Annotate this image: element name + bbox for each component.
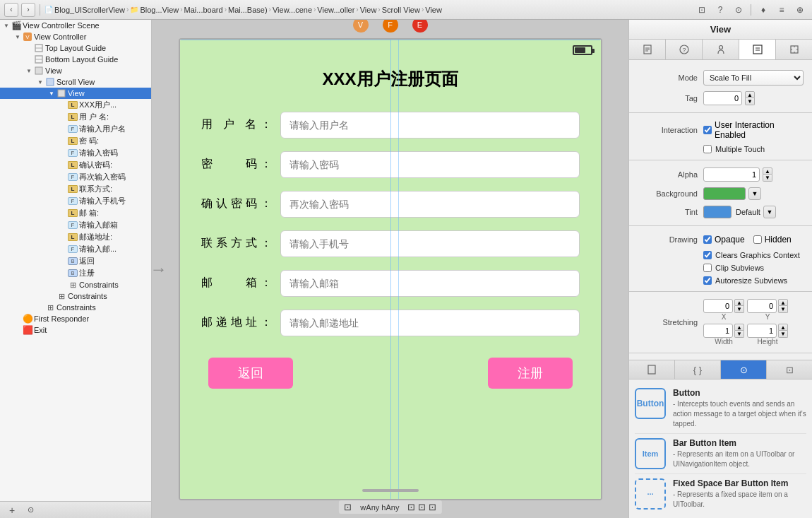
- size-icons[interactable]: ⊡: [344, 502, 352, 512]
- form-input-address[interactable]: [280, 310, 580, 336]
- tree-item-exit[interactable]: 🟥 Exit: [0, 324, 151, 336]
- stretch-h-stepper[interactable]: ▲ ▼: [778, 324, 788, 338]
- stretch-w-down[interactable]: ▼: [734, 331, 744, 338]
- mode-select[interactable]: Scale To Fill: [703, 70, 804, 86]
- tree-item-f5[interactable]: F 请输入邮箱: [0, 219, 151, 231]
- background-color-dropdown[interactable]: ▼: [748, 187, 761, 200]
- tree-item-f3[interactable]: F 再次输入密码: [0, 171, 151, 183]
- stretch-y-down[interactable]: ▼: [778, 306, 788, 313]
- triangle-scrollview[interactable]: [35, 77, 45, 87]
- tree-item-btn1[interactable]: B 返回: [0, 255, 151, 267]
- stretch-y-stepper[interactable]: ▲ ▼: [778, 299, 788, 313]
- stretch-x-down[interactable]: ▼: [734, 306, 744, 313]
- autoresize-checkbox[interactable]: [703, 276, 712, 285]
- tag-stepper-up[interactable]: ▲: [745, 91, 755, 98]
- breadcrumb-item-9[interactable]: View: [425, 6, 442, 14]
- tab-attributes-inspector[interactable]: [739, 40, 776, 59]
- clears-graphics-checkbox[interactable]: [703, 251, 712, 259]
- exit-scene-icon[interactable]: E: [412, 20, 428, 33]
- forward-button[interactable]: ›: [21, 3, 35, 17]
- register-action-button[interactable]: 注册: [488, 358, 573, 389]
- tree-item-view2[interactable]: View: [0, 88, 151, 99]
- tree-item-blg[interactable]: Bottom Layout Guide: [0, 54, 151, 65]
- stretch-w-stepper[interactable]: ▲ ▼: [734, 324, 744, 338]
- tree-item-f4[interactable]: F 请输入手机号: [0, 195, 151, 207]
- obj-tab-snippet[interactable]: ⊡: [767, 360, 812, 379]
- tree-item-f2[interactable]: F 请输入密码: [0, 147, 151, 159]
- stretch-w-up[interactable]: ▲: [734, 324, 744, 331]
- alpha-input[interactable]: [703, 167, 760, 182]
- version-editor-btn[interactable]: ⊙: [731, 2, 746, 18]
- tree-item-first-responder[interactable]: 🟠 First Responder: [0, 313, 151, 324]
- size-icons-right[interactable]: ⊡ ⊡ ⊡: [407, 502, 436, 512]
- breadcrumb-item-6[interactable]: View...oller: [317, 6, 354, 14]
- tab-quick-help[interactable]: ?: [666, 40, 703, 59]
- tree-item-tlg[interactable]: Top Layout Guide: [0, 42, 151, 54]
- stretch-h-down[interactable]: ▼: [778, 331, 788, 338]
- tint-color-swatch[interactable]: [703, 206, 732, 218]
- stretch-h-up[interactable]: ▲: [778, 324, 788, 331]
- form-input-username[interactable]: [280, 112, 580, 139]
- breadcrumb-item-2[interactable]: 📁 Blog...View: [130, 6, 179, 14]
- stretch-x-stepper[interactable]: ▲ ▼: [734, 299, 744, 313]
- tree-item-l4[interactable]: L 确认密码:: [0, 159, 151, 171]
- tag-stepper[interactable]: ▲ ▼: [745, 91, 755, 105]
- alpha-stepper-up[interactable]: ▲: [763, 167, 772, 175]
- form-input-email[interactable]: [280, 270, 580, 297]
- back-button[interactable]: ‹: [4, 3, 18, 17]
- tree-item-l6[interactable]: L 邮 箱:: [0, 207, 151, 219]
- triangle-view[interactable]: [24, 66, 34, 76]
- tree-item-btn2[interactable]: B 注册: [0, 267, 151, 279]
- fr-scene-icon[interactable]: F: [383, 20, 398, 33]
- tab-size-inspector[interactable]: [776, 40, 812, 59]
- tint-color-dropdown[interactable]: ▼: [763, 206, 776, 218]
- breadcrumb-item-1[interactable]: 📄 Blog_UIScrollerView: [44, 6, 125, 14]
- tree-item-l5[interactable]: L 联系方式:: [0, 183, 151, 195]
- tree-item-con1[interactable]: ⊞ Constraints: [0, 279, 151, 290]
- tree-item-scene[interactable]: 🎬 View Controller Scene: [0, 20, 151, 31]
- show-debug-btn[interactable]: ≡: [774, 2, 789, 18]
- tree-item-f6[interactable]: F 请输入邮...: [0, 243, 151, 255]
- tree-item-l7[interactable]: L 邮递地址:: [0, 231, 151, 243]
- show-utilities-btn[interactable]: ⊕: [792, 2, 808, 18]
- tree-item-vc[interactable]: V View Controller: [0, 31, 151, 42]
- breadcrumb-item-5[interactable]: View...cene: [273, 6, 312, 14]
- form-input-password[interactable]: [280, 151, 580, 178]
- alpha-stepper-down[interactable]: ▼: [763, 175, 772, 182]
- alpha-stepper[interactable]: ▲ ▼: [763, 167, 772, 182]
- assistant-editor-btn[interactable]: ?: [712, 2, 728, 18]
- obj-tab-active[interactable]: ⊙: [721, 360, 767, 379]
- tag-input[interactable]: [703, 91, 742, 105]
- opaque-checkbox[interactable]: [703, 235, 712, 244]
- canvas-area[interactable]: → V F E: [152, 20, 628, 518]
- tree-item-view[interactable]: View: [0, 65, 151, 76]
- obj-tab-file[interactable]: [629, 360, 675, 379]
- tab-identity-inspector[interactable]: [703, 40, 739, 59]
- back-action-button[interactable]: 返回: [208, 358, 293, 389]
- tree-item-f1[interactable]: F 请输入用户名: [0, 123, 151, 135]
- tree-item-l1[interactable]: L XXX用户...: [0, 99, 151, 111]
- stretch-y-up[interactable]: ▲: [778, 299, 788, 306]
- form-input-phone[interactable]: [280, 230, 580, 257]
- standard-editor-btn[interactable]: ⊡: [694, 2, 710, 18]
- background-color-swatch[interactable]: [703, 187, 746, 200]
- filter-btn[interactable]: ⊙: [24, 504, 37, 517]
- tree-item-l2[interactable]: L 用 户 名:: [0, 111, 151, 123]
- triangle-scene[interactable]: [1, 20, 11, 30]
- stretch-w-input[interactable]: [703, 324, 733, 338]
- breadcrumb-item-8[interactable]: Scroll View: [382, 6, 420, 14]
- tree-item-con3[interactable]: ⊞ Constraints: [0, 302, 151, 313]
- form-input-confirm-password[interactable]: [280, 191, 580, 218]
- breadcrumb-item-3[interactable]: Mai...board: [184, 6, 223, 14]
- clip-subviews-checkbox[interactable]: [703, 264, 712, 272]
- tree-item-scrollview[interactable]: Scroll View: [0, 76, 151, 88]
- tree-item-l3[interactable]: L 密 码:: [0, 135, 151, 147]
- tab-file-inspector[interactable]: [629, 40, 666, 59]
- stretch-x-input[interactable]: [703, 299, 733, 313]
- triangle-vc[interactable]: [13, 32, 23, 42]
- breadcrumb-item-7[interactable]: View: [360, 6, 377, 14]
- user-interaction-checkbox[interactable]: [703, 126, 712, 134]
- tag-stepper-down[interactable]: ▼: [745, 98, 755, 105]
- stretch-x-up[interactable]: ▲: [734, 299, 744, 306]
- breadcrumb-item-4[interactable]: Mai...Base): [228, 6, 268, 14]
